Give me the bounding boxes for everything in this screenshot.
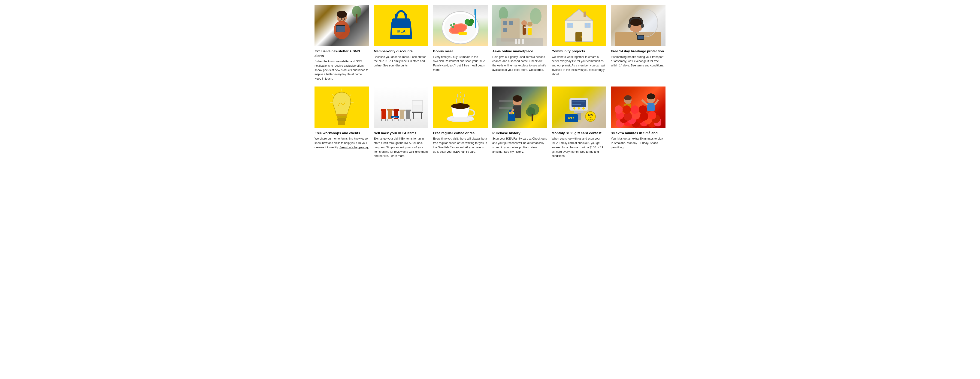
card-discounts-desc: Because you deserve more. Look out for t…	[374, 55, 429, 68]
svg-rect-27	[476, 9, 476, 15]
lightbulb-illustration	[327, 88, 357, 127]
svg-point-23	[453, 23, 455, 25]
card-newsletter-title: Exclusive newsletter + SMS alerts	[315, 49, 369, 58]
card-sellback-link[interactable]: Learn more.	[390, 154, 405, 157]
card-breakage-link[interactable]: See terms and conditions.	[631, 64, 664, 67]
card-smaland-title: 30 extra minutes in Småland	[611, 131, 665, 135]
card-purchase-image: IKEA	[492, 87, 547, 128]
card-discounts-image: IKEA	[374, 5, 429, 46]
card-coffee-link[interactable]: scan your IKEA Family card.	[440, 150, 476, 154]
svg-rect-32	[503, 21, 507, 25]
svg-rect-87	[399, 109, 405, 111]
svg-text:IKEA: IKEA	[393, 116, 397, 118]
svg-rect-42	[519, 39, 520, 44]
svg-point-35	[522, 20, 527, 26]
dollhouse-illustration	[563, 7, 595, 44]
card-meal-image	[433, 5, 488, 46]
svg-rect-72	[338, 121, 345, 125]
card-newsletter-link[interactable]: Keep in touch.	[315, 77, 333, 80]
svg-line-152	[655, 100, 658, 105]
svg-point-111	[512, 95, 522, 102]
card-breakage-desc: If something breaks during your transpor…	[611, 55, 665, 68]
svg-rect-124	[574, 111, 584, 113]
card-newsletter-image	[315, 5, 369, 46]
svg-point-160	[639, 105, 647, 114]
svg-rect-91	[406, 109, 411, 111]
svg-text:$100: $100	[588, 114, 593, 116]
card-newsletter: Exclusive newsletter + SMS alerts Subscr…	[315, 5, 369, 81]
card-giftcard-image: IKEA $100 GIFT CARD	[552, 87, 606, 128]
card-meal-desc: Every time you buy 10 meals in the Swedi…	[433, 55, 488, 72]
coffee-cup-illustration	[443, 89, 478, 126]
woman-reading-illustration	[319, 5, 365, 46]
benefits-grid: Exclusive newsletter + SMS alerts Subscr…	[315, 5, 665, 158]
svg-rect-39	[524, 27, 532, 28]
svg-rect-61	[641, 24, 644, 28]
svg-rect-117	[571, 100, 586, 107]
svg-rect-2	[356, 14, 358, 23]
card-workshops-desc: We share our home furnishing knowledge, …	[315, 136, 369, 149]
svg-text:GIFT: GIFT	[589, 117, 592, 119]
card-workshops-link[interactable]: See what's happening.	[339, 146, 369, 149]
card-asis-title: As-is online marketplace	[492, 49, 547, 54]
card-purchase-desc: Scan your IKEA Family card at Check-outs…	[492, 136, 547, 154]
card-meal-title: Bonus meal	[433, 49, 488, 54]
svg-point-104	[451, 103, 470, 109]
card-community-image	[552, 5, 606, 46]
svg-rect-107	[531, 114, 533, 121]
svg-point-154	[624, 95, 632, 100]
card-smaland-image: 5	[611, 87, 665, 128]
svg-text:IKEA: IKEA	[397, 29, 406, 33]
card-breakage-image	[611, 5, 665, 46]
svg-rect-94	[412, 112, 423, 113]
svg-marker-45	[565, 9, 593, 21]
svg-point-159	[631, 105, 639, 114]
svg-line-151	[643, 100, 647, 105]
furniture-row-illustration: IKEA	[378, 89, 424, 126]
woman-shopping-illustration: IKEA	[496, 87, 542, 128]
svg-point-147	[648, 111, 656, 119]
svg-rect-75	[381, 109, 386, 111]
svg-point-144	[624, 113, 632, 121]
card-workshops-title: Free workshops and events	[315, 131, 369, 135]
svg-rect-33	[509, 21, 512, 25]
svg-rect-7	[336, 26, 345, 32]
card-breakage-title: Free 14 day breakage protection	[611, 49, 665, 54]
card-purchase-title: Purchase history	[492, 131, 547, 135]
card-smaland-desc: Your kids get an extra 30 minutes to pla…	[611, 136, 665, 149]
card-sellback-image: IKEA	[374, 87, 429, 128]
svg-rect-41	[515, 39, 517, 44]
card-community: Community projects We want to work toget…	[552, 5, 606, 81]
svg-point-121	[573, 107, 576, 109]
svg-rect-98	[413, 101, 422, 105]
svg-rect-60	[628, 24, 631, 28]
svg-point-158	[622, 105, 631, 114]
kids-balls-illustration: 5	[615, 87, 661, 128]
card-community-desc: We want to work together to create a bet…	[552, 55, 606, 76]
gift-card-illustration: IKEA $100 GIFT CARD	[558, 89, 600, 126]
svg-line-65	[349, 95, 351, 96]
card-giftcard: IKEA $100 GIFT CARD Monthly $100 gift ca…	[552, 87, 606, 158]
svg-point-37	[527, 22, 533, 27]
meal-illustration	[440, 5, 481, 46]
card-asis-link[interactable]: Get started.	[529, 68, 544, 71]
card-workshops: Free workshops and events We share our h…	[315, 87, 369, 158]
card-purchase: IKEA Purchase history Scan your IKEA Fam…	[492, 87, 547, 158]
card-sellback-desc: Exchange your old IKEA items for an in-s…	[374, 136, 429, 158]
card-asis-desc: Help give our gently used items a second…	[492, 55, 547, 72]
card-newsletter-desc: Subscribe to our newsletter and SMS noti…	[315, 59, 369, 81]
svg-point-21	[469, 19, 474, 24]
svg-rect-63	[638, 35, 644, 39]
main-content: Exclusive newsletter + SMS alerts Subscr…	[305, 0, 675, 163]
card-giftcard-desc: When you shop with us and scan your IKEA…	[552, 136, 606, 158]
svg-point-123	[582, 107, 585, 109]
card-discounts-link[interactable]: See your discounts.	[383, 64, 409, 67]
svg-rect-26	[474, 9, 474, 15]
card-purchase-link[interactable]: See my history.	[504, 150, 524, 154]
svg-point-28	[458, 32, 468, 35]
street-scene-illustration	[496, 5, 542, 46]
svg-point-24	[452, 26, 454, 28]
svg-rect-71	[337, 118, 346, 121]
card-giftcard-title: Monthly $100 gift card contest	[552, 131, 606, 135]
child-headphones-illustration	[615, 5, 661, 46]
